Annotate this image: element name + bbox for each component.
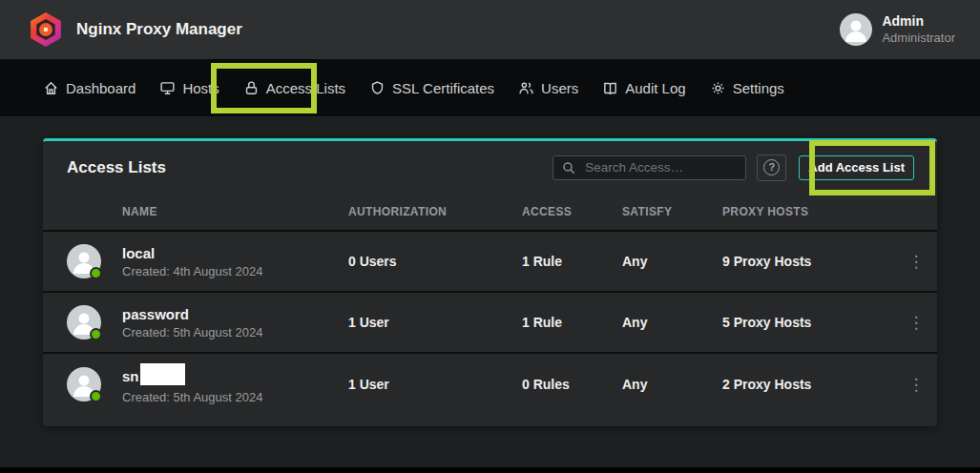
proxy-hosts-value: 9 Proxy Hosts: [722, 254, 895, 269]
satisfy-value: Any: [622, 377, 722, 392]
app-header: Nginx Proxy Manager Admin Administrator: [0, 0, 980, 59]
shield-icon: [369, 80, 386, 96]
user-role: Administrator: [882, 31, 955, 46]
table-header: NAME AUTHORIZATION ACCESS SATISFY PROXY …: [43, 194, 937, 232]
column-header-access: ACCESS: [522, 205, 622, 218]
access-value: 1 Rule: [522, 315, 622, 330]
online-status-dot: [90, 390, 102, 402]
access-lists-panel: Access Lists Add Access List NAME AUTHOR…: [43, 138, 937, 426]
nav-item-label: SSL Certificates: [392, 80, 494, 96]
created-date: Created: 5th August 2024: [122, 325, 348, 339]
online-status-dot: [90, 267, 102, 279]
access-value: 0 Rules: [522, 377, 622, 392]
row-menu-button[interactable]: ⋮: [895, 377, 937, 393]
access-list-name: sn: [122, 368, 139, 384]
redaction-box: [140, 363, 185, 385]
add-access-list-button[interactable]: Add Access List: [799, 155, 914, 180]
book-icon: [602, 80, 618, 96]
page-title: Access Lists: [67, 158, 166, 177]
help-button[interactable]: [757, 154, 786, 181]
user-name: Admin: [882, 13, 955, 31]
nav-item-label: Users: [541, 80, 578, 96]
authorization-value: 0 Users: [348, 254, 522, 269]
user-menu[interactable]: Admin Administrator: [840, 13, 955, 46]
nav-item-ssl-certificates[interactable]: SSL Certificates: [369, 80, 494, 96]
proxy-hosts-value: 5 Proxy Hosts: [722, 315, 895, 330]
help-icon: [763, 159, 780, 175]
row-avatar: [67, 367, 101, 401]
column-header-satisfy: SATISFY: [622, 205, 722, 218]
nav-item-hosts[interactable]: Hosts: [159, 80, 219, 96]
screenshot-bottom-strip: [0, 467, 980, 473]
nav-item-dashboard[interactable]: Dashboard: [43, 80, 136, 96]
nav-item-label: Dashboard: [66, 80, 136, 96]
lock-icon: [243, 80, 260, 96]
row-avatar: [67, 244, 101, 278]
access-list-name: local: [122, 245, 348, 261]
column-header-proxy-hosts: PROXY HOSTS: [722, 205, 895, 218]
column-header-name: NAME: [122, 205, 348, 218]
authorization-value: 1 User: [348, 315, 522, 330]
access-list-name: password: [122, 306, 348, 322]
row-menu-button[interactable]: ⋮: [895, 254, 937, 270]
user-avatar: [840, 13, 872, 46]
proxy-hosts-value: 2 Proxy Hosts: [722, 377, 895, 392]
nav-item-audit-log[interactable]: Audit Log: [602, 80, 685, 96]
monitor-icon: [159, 80, 176, 96]
home-icon: [43, 80, 59, 96]
table-row[interactable]: password Created: 5th August 2024 1 User…: [43, 293, 937, 354]
nav-item-label: Audit Log: [625, 80, 685, 96]
search-icon: [561, 160, 576, 175]
nav-item-label: Hosts: [182, 80, 219, 96]
gear-icon: [710, 80, 726, 96]
main-nav: Dashboard Hosts Access Lists SSL Certifi…: [0, 59, 980, 116]
nav-item-settings[interactable]: Settings: [710, 80, 784, 96]
table-row[interactable]: local Created: 4th August 2024 0 Users 1…: [43, 232, 937, 293]
column-header-authorization: AUTHORIZATION: [348, 205, 522, 218]
created-date: Created: 5th August 2024: [122, 390, 348, 404]
users-icon: [518, 80, 534, 96]
access-value: 1 Rule: [522, 254, 622, 269]
app-title: Nginx Proxy Manager: [76, 20, 242, 39]
online-status-dot: [90, 328, 102, 340]
table-row[interactable]: sn Created: 5th August 2024 1 User 0 Rul…: [43, 354, 937, 415]
nav-item-label: Access Lists: [266, 80, 345, 96]
nav-item-access-lists[interactable]: Access Lists: [243, 80, 345, 96]
satisfy-value: Any: [622, 254, 722, 269]
nginx-proxy-manager-logo-icon: [29, 12, 63, 47]
row-menu-button[interactable]: ⋮: [895, 315, 937, 331]
person-icon: [840, 13, 872, 46]
search-box: [553, 155, 746, 180]
created-date: Created: 4th August 2024: [122, 264, 348, 278]
panel-header: Access Lists Add Access List: [43, 141, 937, 194]
nav-item-label: Settings: [733, 80, 784, 96]
nav-item-users[interactable]: Users: [518, 80, 578, 96]
satisfy-value: Any: [622, 315, 722, 330]
search-input[interactable]: [553, 155, 746, 180]
row-avatar: [67, 305, 101, 339]
authorization-value: 1 User: [348, 377, 522, 392]
